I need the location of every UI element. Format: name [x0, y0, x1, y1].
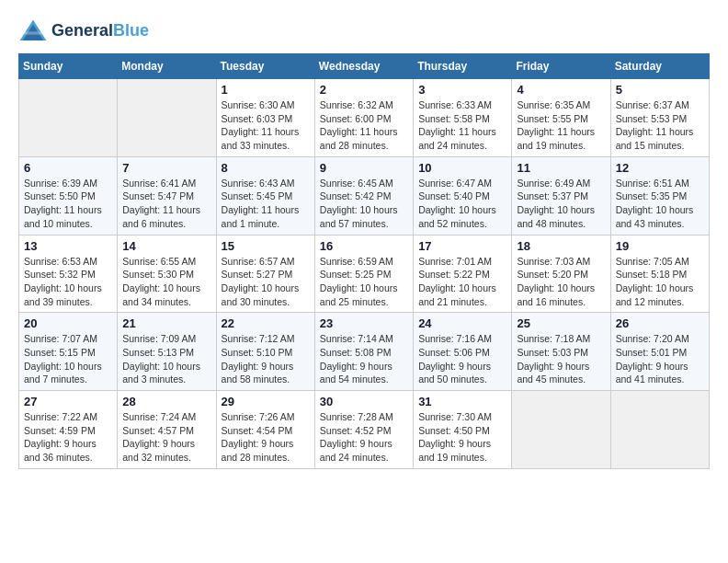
day-info: Sunrise: 7:03 AMSunset: 5:20 PMDaylight:…	[517, 255, 605, 309]
day-number: 12	[616, 161, 704, 175]
calendar-table: SundayMondayTuesdayWednesdayThursdayFrid…	[18, 53, 710, 469]
day-number: 26	[616, 316, 704, 330]
day-number: 16	[320, 239, 408, 253]
day-number: 5	[616, 83, 704, 97]
day-info: Sunrise: 6:32 AMSunset: 6:00 PMDaylight:…	[320, 98, 408, 153]
day-cell-17: 17Sunrise: 7:01 AMSunset: 5:22 PMDayligh…	[414, 235, 512, 313]
day-number: 28	[122, 395, 210, 408]
day-cell-15: 15Sunrise: 6:57 AMSunset: 5:27 PMDayligh…	[216, 235, 314, 313]
day-info: Sunrise: 7:22 AMSunset: 4:59 PMDaylight:…	[24, 410, 112, 465]
day-cell-1: 1Sunrise: 6:30 AMSunset: 6:03 PMDaylight…	[216, 79, 314, 157]
days-header-row: SundayMondayTuesdayWednesdayThursdayFrid…	[19, 54, 710, 79]
day-cell-5: 5Sunrise: 6:37 AMSunset: 5:53 PMDaylight…	[610, 79, 709, 157]
day-info: Sunrise: 6:30 AMSunset: 6:03 PMDaylight:…	[222, 98, 310, 153]
day-number: 9	[320, 161, 408, 175]
day-number: 24	[418, 316, 506, 330]
day-header-wednesday: Wednesday	[314, 54, 413, 79]
empty-cell	[19, 79, 118, 157]
day-info: Sunrise: 6:49 AMSunset: 5:37 PMDaylight:…	[517, 177, 605, 231]
day-number: 20	[24, 316, 112, 330]
day-info: Sunrise: 6:59 AMSunset: 5:25 PMDaylight:…	[320, 255, 408, 309]
day-number: 19	[616, 239, 704, 253]
day-cell-16: 16Sunrise: 6:59 AMSunset: 5:25 PMDayligh…	[314, 235, 413, 313]
day-info: Sunrise: 6:55 AMSunset: 5:30 PMDaylight:…	[122, 255, 210, 309]
day-number: 21	[122, 316, 210, 330]
day-cell-7: 7Sunrise: 6:41 AMSunset: 5:47 PMDaylight…	[118, 156, 216, 235]
day-number: 1	[222, 83, 310, 97]
day-info: Sunrise: 6:47 AMSunset: 5:40 PMDaylight:…	[418, 177, 506, 231]
day-info: Sunrise: 7:18 AMSunset: 5:03 PMDaylight:…	[517, 332, 605, 386]
day-info: Sunrise: 7:24 AMSunset: 4:57 PMDaylight:…	[122, 410, 210, 465]
day-number: 15	[222, 239, 310, 253]
day-info: Sunrise: 7:20 AMSunset: 5:01 PMDaylight:…	[616, 332, 704, 386]
day-header-thursday: Thursday	[414, 54, 512, 79]
week-row-3: 13Sunrise: 6:53 AMSunset: 5:32 PMDayligh…	[19, 235, 710, 313]
day-info: Sunrise: 7:16 AMSunset: 5:06 PMDaylight:…	[418, 332, 506, 386]
day-header-sunday: Sunday	[19, 54, 118, 79]
day-cell-18: 18Sunrise: 7:03 AMSunset: 5:20 PMDayligh…	[512, 235, 610, 313]
day-number: 7	[122, 161, 210, 175]
empty-cell	[118, 79, 216, 157]
day-info: Sunrise: 6:33 AMSunset: 5:58 PMDaylight:…	[418, 98, 506, 153]
day-cell-29: 29Sunrise: 7:26 AMSunset: 4:54 PMDayligh…	[216, 391, 314, 469]
day-info: Sunrise: 7:12 AMSunset: 5:10 PMDaylight:…	[222, 332, 310, 386]
day-cell-28: 28Sunrise: 7:24 AMSunset: 4:57 PMDayligh…	[118, 391, 216, 469]
day-cell-23: 23Sunrise: 7:14 AMSunset: 5:08 PMDayligh…	[314, 313, 413, 391]
day-cell-4: 4Sunrise: 6:35 AMSunset: 5:55 PMDaylight…	[512, 79, 610, 157]
day-number: 18	[517, 239, 605, 253]
day-number: 6	[24, 161, 112, 175]
day-cell-2: 2Sunrise: 6:32 AMSunset: 6:00 PMDaylight…	[314, 79, 413, 157]
day-number: 3	[418, 83, 506, 97]
day-number: 29	[222, 395, 310, 408]
day-cell-27: 27Sunrise: 7:22 AMSunset: 4:59 PMDayligh…	[19, 391, 118, 469]
day-info: Sunrise: 6:35 AMSunset: 5:55 PMDaylight:…	[517, 98, 605, 153]
day-cell-8: 8Sunrise: 6:43 AMSunset: 5:45 PMDaylight…	[216, 156, 314, 235]
day-info: Sunrise: 6:37 AMSunset: 5:53 PMDaylight:…	[616, 98, 704, 153]
day-cell-22: 22Sunrise: 7:12 AMSunset: 5:10 PMDayligh…	[216, 313, 314, 391]
day-info: Sunrise: 6:51 AMSunset: 5:35 PMDaylight:…	[616, 177, 704, 231]
day-cell-9: 9Sunrise: 6:45 AMSunset: 5:42 PMDaylight…	[314, 156, 413, 235]
empty-cell	[610, 391, 709, 469]
day-info: Sunrise: 6:45 AMSunset: 5:42 PMDaylight:…	[320, 177, 408, 231]
day-info: Sunrise: 7:01 AMSunset: 5:22 PMDaylight:…	[418, 255, 506, 309]
day-header-saturday: Saturday	[610, 54, 709, 79]
day-number: 4	[517, 83, 605, 97]
day-info: Sunrise: 7:14 AMSunset: 5:08 PMDaylight:…	[320, 332, 408, 386]
day-cell-31: 31Sunrise: 7:30 AMSunset: 4:50 PMDayligh…	[414, 391, 512, 469]
day-info: Sunrise: 6:57 AMSunset: 5:27 PMDaylight:…	[222, 255, 310, 309]
day-cell-11: 11Sunrise: 6:49 AMSunset: 5:37 PMDayligh…	[512, 156, 610, 235]
day-number: 11	[517, 161, 605, 175]
day-cell-20: 20Sunrise: 7:07 AMSunset: 5:15 PMDayligh…	[19, 313, 118, 391]
page-header: GeneralBlue	[18, 18, 710, 44]
day-header-monday: Monday	[118, 54, 216, 79]
svg-rect-2	[24, 31, 41, 34]
day-cell-21: 21Sunrise: 7:09 AMSunset: 5:13 PMDayligh…	[118, 313, 216, 391]
day-info: Sunrise: 7:09 AMSunset: 5:13 PMDaylight:…	[122, 332, 210, 386]
day-number: 2	[320, 83, 408, 97]
day-info: Sunrise: 6:43 AMSunset: 5:45 PMDaylight:…	[222, 177, 310, 231]
empty-cell	[512, 391, 610, 469]
day-number: 8	[222, 161, 310, 175]
logo-icon	[18, 18, 48, 44]
day-cell-24: 24Sunrise: 7:16 AMSunset: 5:06 PMDayligh…	[414, 313, 512, 391]
day-number: 14	[122, 239, 210, 253]
day-info: Sunrise: 7:26 AMSunset: 4:54 PMDaylight:…	[222, 410, 310, 465]
day-info: Sunrise: 7:30 AMSunset: 4:50 PMDaylight:…	[418, 410, 506, 465]
day-header-tuesday: Tuesday	[216, 54, 314, 79]
day-cell-19: 19Sunrise: 7:05 AMSunset: 5:18 PMDayligh…	[610, 235, 709, 313]
day-cell-6: 6Sunrise: 6:39 AMSunset: 5:50 PMDaylight…	[19, 156, 118, 235]
day-cell-14: 14Sunrise: 6:55 AMSunset: 5:30 PMDayligh…	[118, 235, 216, 313]
day-number: 13	[24, 239, 112, 253]
day-cell-3: 3Sunrise: 6:33 AMSunset: 5:58 PMDaylight…	[414, 79, 512, 157]
day-info: Sunrise: 7:05 AMSunset: 5:18 PMDaylight:…	[616, 255, 704, 309]
week-row-2: 6Sunrise: 6:39 AMSunset: 5:50 PMDaylight…	[19, 156, 710, 235]
day-number: 10	[418, 161, 506, 175]
day-info: Sunrise: 6:41 AMSunset: 5:47 PMDaylight:…	[122, 177, 210, 231]
day-cell-10: 10Sunrise: 6:47 AMSunset: 5:40 PMDayligh…	[414, 156, 512, 235]
day-number: 31	[418, 395, 506, 408]
day-cell-12: 12Sunrise: 6:51 AMSunset: 5:35 PMDayligh…	[610, 156, 709, 235]
day-number: 25	[517, 316, 605, 330]
week-row-5: 27Sunrise: 7:22 AMSunset: 4:59 PMDayligh…	[19, 391, 710, 469]
day-header-friday: Friday	[512, 54, 610, 79]
day-number: 23	[320, 316, 408, 330]
